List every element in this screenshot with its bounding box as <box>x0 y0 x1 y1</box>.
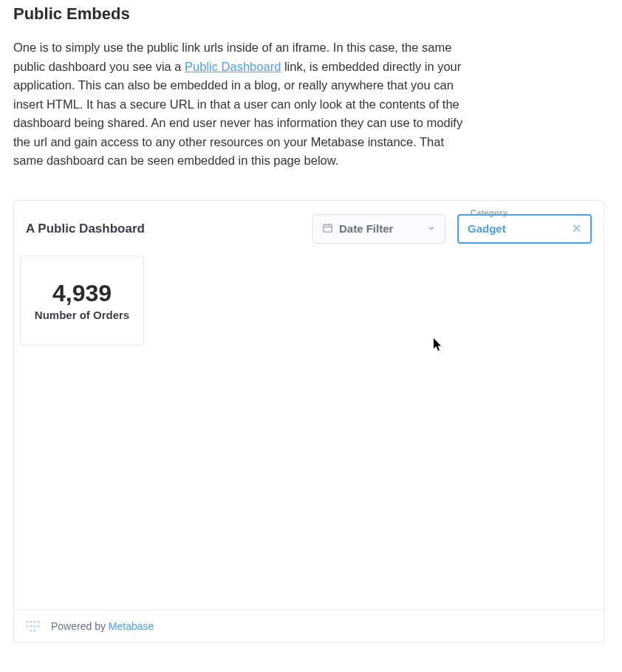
calendar-icon <box>322 222 333 236</box>
chevron-down-icon <box>427 222 436 235</box>
dashboard-header: A Public Dashboard Date Filter <box>14 201 604 244</box>
public-dashboard-link[interactable]: Public Dashboard <box>185 60 281 73</box>
svg-point-13 <box>33 629 35 631</box>
intro-paragraph: One is to simply use the public link url… <box>13 38 471 171</box>
metabase-link[interactable]: Metabase <box>109 620 154 632</box>
category-filter-value: Gadget <box>468 222 506 235</box>
svg-point-10 <box>33 625 35 627</box>
powered-by-text: Powered by Metabase <box>51 620 154 632</box>
category-filter-wrap: Category Gadget ✕ <box>457 214 592 244</box>
date-filter-dropdown[interactable]: Date Filter <box>312 214 445 244</box>
date-filter-label: Date Filter <box>339 222 393 235</box>
orders-count-value: 4,939 <box>52 280 112 307</box>
intro-text-after: link, is embedded directly in your appli… <box>13 60 462 168</box>
page-title: Public Embeds <box>13 4 609 24</box>
svg-point-11 <box>37 625 39 627</box>
metabase-logo-icon <box>24 617 42 635</box>
dashboard-body: 4,939 Number of Orders <box>14 244 604 609</box>
close-icon[interactable]: ✕ <box>572 223 581 235</box>
svg-point-12 <box>30 629 32 631</box>
category-filter[interactable]: Gadget ✕ <box>457 214 592 244</box>
footer-prefix: Powered by <box>51 620 109 632</box>
svg-point-9 <box>30 625 32 627</box>
filter-group: Date Filter Category Gadget ✕ <box>312 214 592 244</box>
svg-rect-0 <box>324 224 332 232</box>
orders-count-label: Number of Orders <box>35 309 129 321</box>
dashboard-title: A Public Dashboard <box>26 222 304 236</box>
embedded-dashboard-frame: A Public Dashboard Date Filter <box>13 200 604 643</box>
svg-point-5 <box>30 620 32 623</box>
svg-point-4 <box>26 620 28 623</box>
svg-point-7 <box>37 620 39 623</box>
svg-point-6 <box>33 620 35 623</box>
svg-point-8 <box>26 625 28 627</box>
orders-count-card[interactable]: 4,939 Number of Orders <box>20 256 144 346</box>
dashboard-footer: Powered by Metabase <box>14 609 604 642</box>
